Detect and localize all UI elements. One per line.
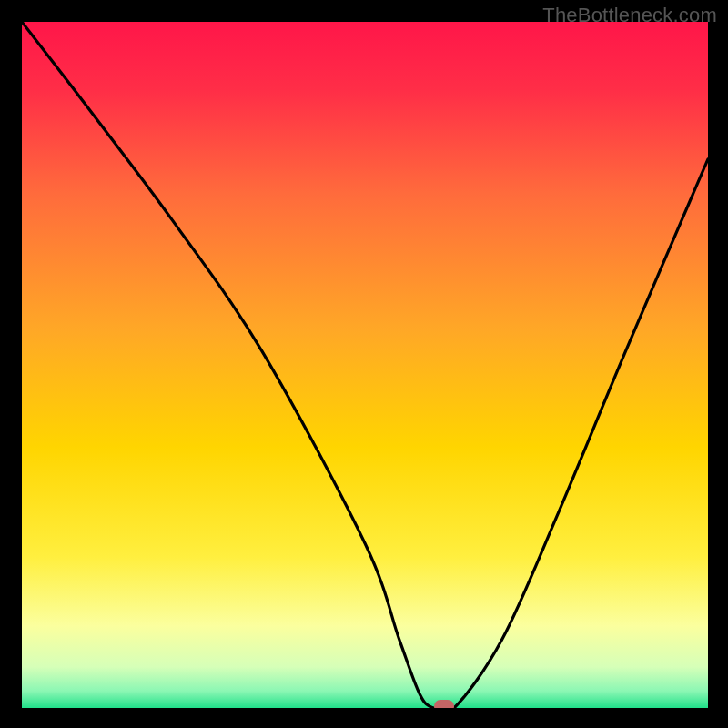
optimum-marker xyxy=(434,700,454,708)
watermark-text: TheBottleneck.com xyxy=(542,4,717,27)
chart-svg xyxy=(22,22,708,708)
chart-background xyxy=(22,22,708,708)
chart-plot-area xyxy=(22,22,708,708)
